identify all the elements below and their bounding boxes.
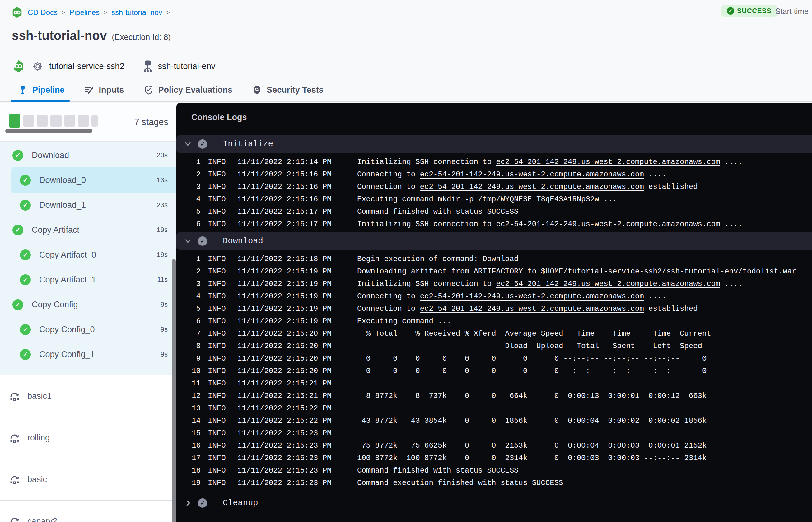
sidebar-scrollbar-thumb[interactable] — [172, 259, 176, 522]
log-level: INFO — [208, 303, 237, 315]
log-line: 14 INFO 11/11/2022 2:15:22 PM 43 8772k 4… — [177, 415, 812, 427]
rollback-stage-row-rolling[interactable]: rolling — [0, 417, 177, 459]
log-message: Executing command mkdir -p /tmp/WYQNESE_… — [357, 193, 812, 206]
rollback-icon — [9, 390, 21, 402]
log-line: 18 INFO 11/11/2022 2:15:23 PM Command fi… — [177, 464, 812, 477]
log-message: Begin execution of command: Download — [357, 253, 812, 265]
environment-icon — [142, 60, 154, 73]
chevron-down-icon[interactable] — [184, 237, 191, 245]
stage-success-check-icon: ✓ — [13, 225, 23, 236]
stage-success-check-icon: ✓ — [20, 200, 31, 210]
log-section: ✓ Cleanup — [177, 494, 812, 512]
log-message: Connecting to ec2-54-201-142-249.us-west… — [357, 168, 812, 181]
log-level: INFO — [208, 181, 237, 193]
tab-bar: Pipeline Inputs Policy Evaluations Secur… — [0, 78, 812, 102]
tab-security-tests-label: Security Tests — [267, 85, 324, 95]
log-message — [357, 377, 812, 390]
tab-inputs[interactable]: Inputs — [84, 78, 124, 101]
log-level: INFO — [208, 427, 237, 440]
log-message: 0 0 0 0 0 0 0 0 --:--:-- --:--:-- --:--:… — [357, 353, 812, 365]
rollback-stage-name: basic — [27, 475, 47, 484]
chevron-right-icon[interactable] — [184, 499, 191, 507]
stage-name: Download — [32, 150, 69, 160]
log-line-number: 13 — [177, 402, 201, 415]
log-section-header-initialize[interactable]: ✓ Initialize — [177, 135, 812, 153]
rollback-stage-row-basic1[interactable]: basic1 — [0, 376, 177, 417]
stage-success-check-icon: ✓ — [13, 150, 23, 161]
stage-row-copy-artifact-1[interactable]: ✓ Copy Artifact_1 11s — [0, 267, 177, 292]
chevron-down-icon[interactable] — [184, 140, 191, 148]
stage-duration: 9s — [161, 325, 168, 334]
stage-success-check-icon: ✓ — [20, 324, 31, 335]
log-level: INFO — [208, 327, 237, 340]
log-line: 10 INFO 11/11/2022 2:15:20 PM 0 0 0 0 0 … — [177, 365, 812, 377]
breadcrumb-separator-icon: > — [166, 9, 170, 16]
stage-progress-segment — [64, 115, 75, 127]
log-line-number: 15 — [177, 427, 201, 440]
stage-row-copy-config-1[interactable]: ✓ Copy Config_1 9s — [0, 342, 177, 367]
tab-security-tests[interactable]: Security Tests — [252, 78, 324, 101]
log-timestamp: 11/11/2022 2:15:19 PM — [237, 315, 357, 327]
rollback-stage-name: canary2 — [27, 516, 57, 522]
tab-pipeline[interactable]: Pipeline — [17, 78, 65, 101]
stage-name: Copy Artifact_0 — [39, 250, 96, 260]
harness-cd-logo-icon — [11, 6, 24, 19]
stage-progress-segment — [9, 114, 20, 127]
stage-row-copy-artifact-0[interactable]: ✓ Copy Artifact_0 19s — [0, 242, 177, 267]
stage-row-download-0[interactable]: ✓ Download_0 13s — [0, 168, 177, 193]
stage-row-copy-artifact[interactable]: ✓ Copy Artifact 19s — [0, 218, 177, 242]
rollback-stage-row-canary2[interactable]: canary2 — [0, 501, 177, 522]
log-timestamp: 11/11/2022 2:15:16 PM — [237, 181, 357, 193]
log-timestamp: 11/11/2022 2:15:20 PM — [237, 365, 357, 377]
rollback-icon — [9, 432, 21, 444]
log-timestamp: 11/11/2022 2:15:19 PM — [237, 265, 357, 278]
log-message: 0 0 0 0 0 0 0 0 --:--:-- --:--:-- --:--:… — [357, 365, 812, 377]
breadcrumb: CD Docs > Pipelines > ssh-tutorial-nov > — [11, 6, 170, 19]
log-section-header-cleanup[interactable]: ✓ Cleanup — [177, 494, 812, 512]
log-line-number: 12 — [177, 390, 201, 402]
stage-success-check-icon: ✓ — [20, 274, 31, 285]
log-line: 1 INFO 11/11/2022 2:15:18 PM Begin execu… — [177, 253, 812, 265]
log-level: INFO — [208, 477, 237, 489]
stage-row-download[interactable]: ✓ Download 23s — [0, 143, 177, 168]
stage-progress-scrollbar[interactable] — [5, 129, 93, 133]
breadcrumb-pipeline-name[interactable]: ssh-tutorial-nov — [111, 8, 162, 17]
stage-progress-segment — [50, 115, 62, 127]
log-message: Initializing SSH connection to ec2-54-20… — [357, 218, 812, 230]
service-name[interactable]: tutorial-service-ssh2 — [49, 62, 124, 71]
log-message: 43 8772k 43 3854k 0 0 1856k 0 0:00:04 0:… — [357, 415, 812, 427]
environment-name[interactable]: ssh-tutorial-env — [158, 62, 216, 71]
log-timestamp: 11/11/2022 2:15:20 PM — [237, 340, 357, 353]
log-message: Connecting to ec2-54-201-142-249.us-west… — [357, 290, 812, 303]
log-level: INFO — [208, 415, 237, 427]
log-line: 7 INFO 11/11/2022 2:15:20 PM % Total % R… — [177, 327, 812, 340]
log-section-header-download[interactable]: ✓ Download — [177, 233, 812, 250]
log-timestamp: 11/11/2022 2:15:22 PM — [237, 402, 357, 415]
tab-policy-evaluations[interactable]: Policy Evaluations — [143, 78, 233, 101]
log-message: 75 8772k 75 6625k 0 0 2153k 0 0:00:04 0:… — [357, 440, 812, 452]
log-timestamp: 11/11/2022 2:15:21 PM — [237, 390, 357, 402]
log-level: INFO — [208, 402, 237, 415]
log-lines: 1 INFO 11/11/2022 2:15:18 PM Begin execu… — [177, 253, 812, 489]
step-success-check-icon: ✓ — [198, 139, 207, 149]
rollback-stage-row-basic[interactable]: basic — [0, 459, 177, 501]
log-line-number: 3 — [177, 278, 201, 290]
stage-duration: 13s — [157, 176, 168, 184]
log-line-number: 7 — [177, 327, 201, 340]
stage-row-copy-config-0[interactable]: ✓ Copy Config_0 9s — [0, 317, 177, 342]
log-message: Command execution finished with status S… — [357, 477, 812, 489]
stage-duration: 11s — [157, 276, 168, 284]
log-line: 12 INFO 11/11/2022 2:15:21 PM 8 8772k 8 … — [177, 390, 812, 402]
stage-row-copy-config[interactable]: ✓ Copy Config 9s — [0, 292, 177, 317]
log-section: ✓ Download 1 INFO 11/11/2022 2:15:18 PM … — [177, 233, 812, 489]
log-message: 8 8772k 8 737k 0 0 664k 0 0:00:13 0:00:0… — [357, 390, 812, 402]
breadcrumb-pipelines[interactable]: Pipelines — [69, 8, 100, 17]
log-message: % Total % Received % Xferd Average Speed… — [357, 327, 812, 340]
stage-row-download-1[interactable]: ✓ Download_1 23s — [0, 193, 177, 218]
stage-progress-segment — [78, 115, 89, 127]
log-line: 9 INFO 11/11/2022 2:15:20 PM 0 0 0 0 0 0… — [177, 353, 812, 365]
host-link: ec2-54-201-142-249.us-west-2.compute.ama… — [496, 280, 720, 288]
host-link: ec2-54-201-142-249.us-west-2.compute.ama… — [420, 183, 644, 191]
status-badge: ✓ SUCCESS — [721, 5, 777, 17]
breadcrumb-cd-docs[interactable]: CD Docs — [28, 8, 58, 17]
